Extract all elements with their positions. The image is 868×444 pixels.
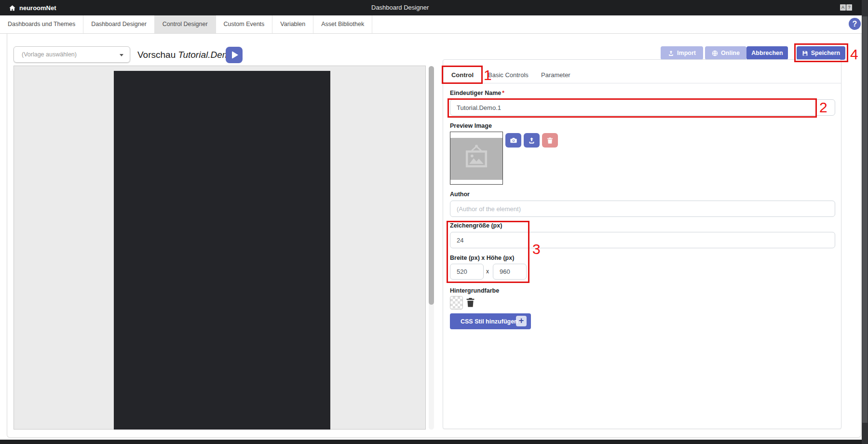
left-scrollbar-thumb[interactable] xyxy=(429,66,434,305)
unique-name-label: Eindeutiger Name* xyxy=(450,90,504,96)
left-scrollbar[interactable] xyxy=(429,66,434,430)
page-title: Dashboard Designer xyxy=(371,0,429,15)
width-input[interactable] xyxy=(450,264,484,280)
brand-label: neuroomNet xyxy=(19,4,56,12)
template-select[interactable]: (Vorlage auswählen) xyxy=(14,46,130,63)
top-bar: neuroomNet Dashboard Designer A ? xyxy=(0,0,868,15)
tab-parameter[interactable]: Parameter xyxy=(541,67,570,83)
cancel-button-label: Abbrechen xyxy=(751,50,783,56)
font-size-input[interactable] xyxy=(450,232,835,248)
import-button[interactable]: Import xyxy=(661,46,703,60)
tab-control[interactable]: Control xyxy=(443,67,482,83)
trash-icon xyxy=(546,137,554,144)
preview-image-label: Preview Image xyxy=(450,122,492,129)
play-icon xyxy=(232,51,238,59)
brand[interactable]: neuroomNet xyxy=(9,0,56,15)
nav-tab-variablen[interactable]: Variablen xyxy=(272,15,313,33)
globe-icon xyxy=(712,50,718,56)
nav-tab-dashboards-und-themes[interactable]: Dashboards und Themes xyxy=(0,15,83,33)
chevron-down-icon xyxy=(120,54,123,56)
upload-image-button[interactable] xyxy=(524,133,540,148)
main-nav: Dashboards und Themes Dashboard Designer… xyxy=(0,15,868,34)
page-scrollbar-thumb[interactable] xyxy=(862,16,868,423)
dimensions-separator: x xyxy=(486,264,489,280)
nav-tab-custom-events[interactable]: Custom Events xyxy=(216,15,273,33)
app-window: neuroomNet Dashboard Designer A ? Dashbo… xyxy=(0,0,868,444)
save-button-label: Speichern xyxy=(811,50,840,56)
preview-image-placeholder xyxy=(450,132,503,185)
import-button-label: Import xyxy=(677,50,696,56)
unique-name-input[interactable] xyxy=(450,99,835,116)
author-label: Author xyxy=(450,191,470,198)
language-letter-b: ? xyxy=(846,4,852,11)
preview-canvas xyxy=(114,71,330,430)
page-scrollbar[interactable] xyxy=(862,0,868,444)
capture-image-button[interactable] xyxy=(505,133,521,148)
add-css-style-label: CSS Stil hinzufügen xyxy=(461,318,518,325)
nav-tab-dashboard-designer[interactable]: Dashboard Designer xyxy=(83,15,155,33)
nav-tab-control-designer[interactable]: Control Designer xyxy=(155,15,216,33)
plus-icon: + xyxy=(516,316,527,326)
dimensions-label: Breite (px) x Höhe (px) xyxy=(450,255,514,261)
background-color-label: Hintergrundfarbe xyxy=(450,287,499,294)
online-button-label: Online xyxy=(721,50,740,56)
bottom-bar xyxy=(0,440,868,444)
background-color-swatch[interactable] xyxy=(450,296,463,309)
clear-background-trash-icon[interactable] xyxy=(465,296,476,309)
height-input[interactable] xyxy=(493,264,527,280)
save-icon xyxy=(802,50,808,56)
font-size-label: Zeichengröße (px) xyxy=(450,222,502,229)
upload-icon xyxy=(528,137,535,144)
save-button[interactable]: Speichern xyxy=(797,46,845,60)
image-placeholder-icon xyxy=(450,138,502,180)
preview-title-prefix: Vorschau xyxy=(137,50,176,60)
template-select-placeholder: (Vorlage auswählen) xyxy=(22,51,77,58)
author-input[interactable] xyxy=(450,201,835,217)
play-preview-button[interactable] xyxy=(226,47,243,63)
camera-icon xyxy=(510,136,517,144)
language-indicator-icon[interactable]: A ? xyxy=(840,4,852,11)
cancel-button[interactable]: Abbrechen xyxy=(746,46,788,60)
upload-icon xyxy=(668,50,674,56)
delete-image-button[interactable] xyxy=(542,133,558,148)
add-css-style-button[interactable]: CSS Stil hinzufügen + xyxy=(450,313,531,329)
preview-panel xyxy=(14,66,426,430)
nav-tab-asset-bibliothek[interactable]: Asset Bibliothek xyxy=(313,15,372,33)
home-icon xyxy=(9,4,16,12)
tab-basic-controls[interactable]: Basic Controls xyxy=(488,67,529,83)
required-asterisk: * xyxy=(502,90,504,96)
help-icon[interactable]: ? xyxy=(849,18,861,30)
language-letter-a: A xyxy=(840,4,846,11)
online-button[interactable]: Online xyxy=(705,46,746,60)
